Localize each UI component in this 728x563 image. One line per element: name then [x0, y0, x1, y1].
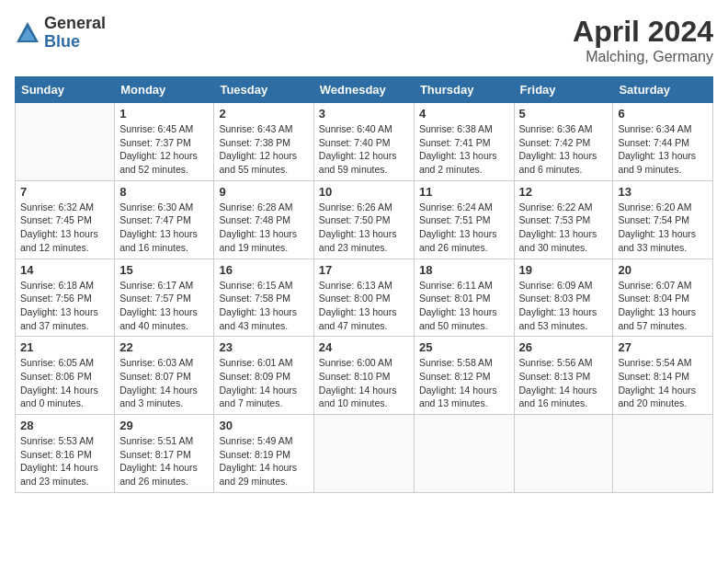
- table-row: 3Sunrise: 6:40 AMSunset: 7:40 PMDaylight…: [313, 103, 414, 181]
- day-info: Sunrise: 6:09 AMSunset: 8:03 PMDaylight:…: [519, 279, 609, 333]
- table-row: 20Sunrise: 6:07 AMSunset: 8:04 PMDayligh…: [613, 259, 713, 337]
- day-number: 5: [519, 107, 609, 121]
- table-row: 24Sunrise: 6:00 AMSunset: 8:10 PMDayligh…: [313, 337, 414, 415]
- day-info: Sunrise: 5:58 AMSunset: 8:12 PMDaylight:…: [419, 356, 509, 410]
- day-number: 29: [119, 419, 209, 432]
- table-row: 14Sunrise: 6:18 AMSunset: 7:56 PMDayligh…: [16, 259, 115, 337]
- table-row: 15Sunrise: 6:17 AMSunset: 7:57 PMDayligh…: [115, 259, 214, 337]
- calendar-week-row: 14Sunrise: 6:18 AMSunset: 7:56 PMDayligh…: [16, 259, 713, 337]
- day-info: Sunrise: 6:15 AMSunset: 7:58 PMDaylight:…: [219, 279, 308, 333]
- table-row: [514, 415, 613, 493]
- day-info: Sunrise: 6:07 AMSunset: 8:04 PMDaylight:…: [618, 279, 708, 333]
- day-number: 14: [20, 263, 109, 277]
- day-info: Sunrise: 6:43 AMSunset: 7:38 PMDaylight:…: [219, 122, 308, 177]
- logo: General Blue: [15, 15, 106, 52]
- day-number: 25: [419, 340, 509, 354]
- weekday-header-row: Sunday Monday Tuesday Wednesday Thursday…: [16, 77, 713, 103]
- day-number: 27: [618, 340, 708, 354]
- day-number: 3: [319, 107, 409, 121]
- day-number: 2: [219, 107, 308, 121]
- day-number: 21: [20, 340, 109, 354]
- day-info: Sunrise: 6:24 AMSunset: 7:51 PMDaylight:…: [419, 201, 509, 255]
- day-number: 22: [119, 340, 209, 354]
- day-number: 19: [519, 263, 609, 277]
- table-row: 25Sunrise: 5:58 AMSunset: 8:12 PMDayligh…: [414, 337, 514, 415]
- month-year: April 2024: [573, 15, 713, 49]
- table-row: 27Sunrise: 5:54 AMSunset: 8:14 PMDayligh…: [613, 337, 713, 415]
- calendar-week-row: 7Sunrise: 6:32 AMSunset: 7:45 PMDaylight…: [16, 180, 713, 259]
- title-block: April 2024 Malching, Germany: [573, 15, 713, 65]
- table-row: 17Sunrise: 6:13 AMSunset: 8:00 PMDayligh…: [313, 259, 414, 337]
- day-info: Sunrise: 6:45 AMSunset: 7:37 PMDaylight:…: [119, 122, 209, 177]
- day-info: Sunrise: 5:54 AMSunset: 8:14 PMDaylight:…: [618, 356, 708, 410]
- day-info: Sunrise: 6:28 AMSunset: 7:48 PMDaylight:…: [219, 201, 308, 255]
- day-number: 20: [618, 263, 708, 277]
- day-info: Sunrise: 6:22 AMSunset: 7:53 PMDaylight:…: [519, 201, 609, 255]
- table-row: 26Sunrise: 5:56 AMSunset: 8:13 PMDayligh…: [514, 337, 613, 415]
- day-number: 26: [519, 340, 609, 354]
- logo-blue: Blue: [44, 33, 106, 52]
- logo-general: General: [44, 15, 106, 33]
- table-row: 30Sunrise: 5:49 AMSunset: 8:19 PMDayligh…: [214, 415, 313, 493]
- table-row: 2Sunrise: 6:43 AMSunset: 7:38 PMDaylight…: [214, 103, 313, 181]
- table-row: 13Sunrise: 6:20 AMSunset: 7:54 PMDayligh…: [613, 180, 713, 259]
- day-number: 17: [319, 263, 409, 277]
- day-info: Sunrise: 6:18 AMSunset: 7:56 PMDaylight:…: [20, 279, 109, 333]
- day-info: Sunrise: 6:01 AMSunset: 8:09 PMDaylight:…: [219, 356, 308, 410]
- table-row: 18Sunrise: 6:11 AMSunset: 8:01 PMDayligh…: [414, 259, 514, 337]
- day-info: Sunrise: 6:32 AMSunset: 7:45 PMDaylight:…: [20, 201, 109, 255]
- day-number: 30: [219, 419, 308, 432]
- day-info: Sunrise: 5:53 AMSunset: 8:16 PMDaylight:…: [20, 434, 109, 488]
- calendar: Sunday Monday Tuesday Wednesday Thursday…: [15, 76, 713, 493]
- table-row: 12Sunrise: 6:22 AMSunset: 7:53 PMDayligh…: [514, 180, 613, 259]
- day-info: Sunrise: 6:26 AMSunset: 7:50 PMDaylight:…: [319, 201, 409, 255]
- table-row: [613, 415, 713, 493]
- table-row: 7Sunrise: 6:32 AMSunset: 7:45 PMDaylight…: [16, 180, 115, 259]
- day-number: 9: [219, 185, 308, 199]
- header-saturday: Saturday: [613, 77, 713, 103]
- day-number: 16: [219, 263, 308, 277]
- day-info: Sunrise: 6:38 AMSunset: 7:41 PMDaylight:…: [419, 122, 509, 177]
- page-header: General Blue April 2024 Malching, German…: [15, 15, 713, 65]
- day-number: 6: [618, 107, 708, 121]
- header-thursday: Thursday: [414, 77, 514, 103]
- day-info: Sunrise: 5:49 AMSunset: 8:19 PMDaylight:…: [219, 434, 308, 488]
- calendar-week-row: 1Sunrise: 6:45 AMSunset: 7:37 PMDaylight…: [16, 103, 713, 181]
- header-tuesday: Tuesday: [214, 77, 313, 103]
- day-info: Sunrise: 6:13 AMSunset: 8:00 PMDaylight:…: [319, 279, 409, 333]
- day-info: Sunrise: 6:17 AMSunset: 7:57 PMDaylight:…: [119, 279, 209, 333]
- day-number: 1: [119, 107, 209, 121]
- day-number: 18: [419, 263, 509, 277]
- calendar-week-row: 21Sunrise: 6:05 AMSunset: 8:06 PMDayligh…: [16, 337, 713, 415]
- day-info: Sunrise: 6:30 AMSunset: 7:47 PMDaylight:…: [119, 201, 209, 255]
- day-info: Sunrise: 6:40 AMSunset: 7:40 PMDaylight:…: [319, 122, 409, 177]
- day-number: 24: [319, 340, 409, 354]
- table-row: 28Sunrise: 5:53 AMSunset: 8:16 PMDayligh…: [16, 415, 115, 493]
- day-info: Sunrise: 6:36 AMSunset: 7:42 PMDaylight:…: [519, 122, 609, 177]
- table-row: 22Sunrise: 6:03 AMSunset: 8:07 PMDayligh…: [115, 337, 214, 415]
- table-row: 21Sunrise: 6:05 AMSunset: 8:06 PMDayligh…: [16, 337, 115, 415]
- table-row: 4Sunrise: 6:38 AMSunset: 7:41 PMDaylight…: [414, 103, 514, 181]
- table-row: 6Sunrise: 6:34 AMSunset: 7:44 PMDaylight…: [613, 103, 713, 181]
- table-row: 23Sunrise: 6:01 AMSunset: 8:09 PMDayligh…: [214, 337, 313, 415]
- day-number: 7: [20, 185, 109, 199]
- table-row: 10Sunrise: 6:26 AMSunset: 7:50 PMDayligh…: [313, 180, 414, 259]
- table-row: 9Sunrise: 6:28 AMSunset: 7:48 PMDaylight…: [214, 180, 313, 259]
- logo-text: General Blue: [44, 15, 106, 52]
- table-row: 1Sunrise: 6:45 AMSunset: 7:37 PMDaylight…: [115, 103, 214, 181]
- table-row: 5Sunrise: 6:36 AMSunset: 7:42 PMDaylight…: [514, 103, 613, 181]
- table-row: 8Sunrise: 6:30 AMSunset: 7:47 PMDaylight…: [115, 180, 214, 259]
- day-number: 4: [419, 107, 509, 121]
- day-info: Sunrise: 6:11 AMSunset: 8:01 PMDaylight:…: [419, 279, 509, 333]
- day-info: Sunrise: 5:51 AMSunset: 8:17 PMDaylight:…: [119, 434, 209, 488]
- day-info: Sunrise: 6:03 AMSunset: 8:07 PMDaylight:…: [119, 356, 209, 410]
- table-row: [313, 415, 414, 493]
- day-number: 15: [119, 263, 209, 277]
- header-sunday: Sunday: [16, 77, 115, 103]
- table-row: 16Sunrise: 6:15 AMSunset: 7:58 PMDayligh…: [214, 259, 313, 337]
- day-info: Sunrise: 6:00 AMSunset: 8:10 PMDaylight:…: [319, 356, 409, 410]
- location: Malching, Germany: [573, 49, 713, 65]
- day-number: 10: [319, 185, 409, 199]
- day-info: Sunrise: 6:05 AMSunset: 8:06 PMDaylight:…: [20, 356, 109, 410]
- calendar-week-row: 28Sunrise: 5:53 AMSunset: 8:16 PMDayligh…: [16, 415, 713, 493]
